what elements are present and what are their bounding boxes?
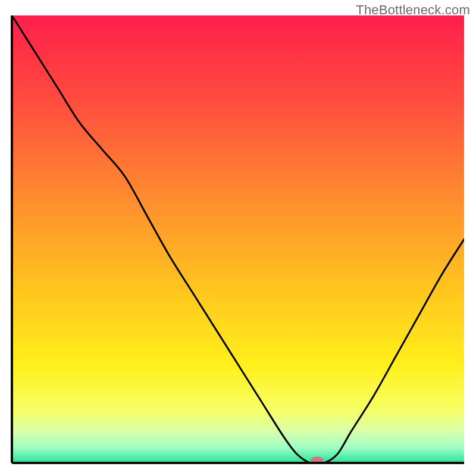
plot-background: [12, 15, 464, 463]
chart-container: TheBottleneck.com: [0, 0, 476, 476]
bottleneck-chart: [0, 0, 476, 476]
